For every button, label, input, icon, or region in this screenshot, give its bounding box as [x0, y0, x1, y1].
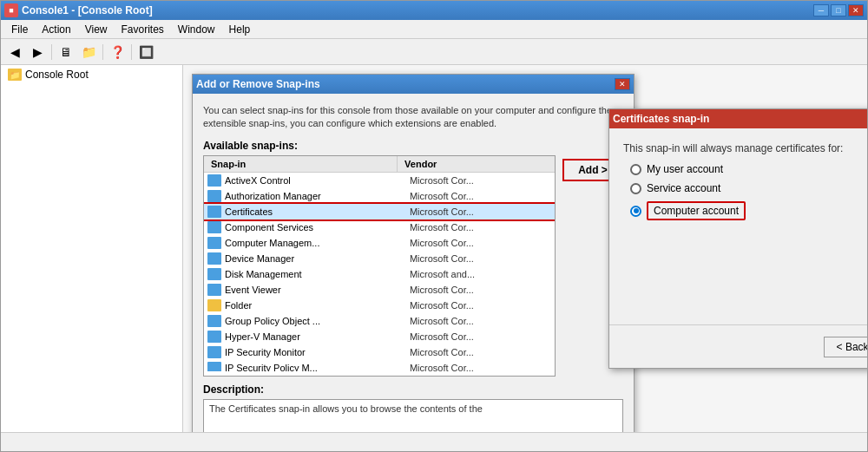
- snap-item-icon-11: [207, 346, 221, 358]
- cert-content: This snap-in will always manage certific…: [609, 128, 867, 324]
- snap-item-icon-12: [207, 362, 221, 371]
- add-remove-content: You can select snap-ins for this console…: [193, 94, 634, 432]
- cert-footer: < Back Next > Cancel: [609, 324, 867, 368]
- menu-help[interactable]: Help: [222, 22, 258, 37]
- close-button[interactable]: ✕: [848, 4, 864, 16]
- toolbar-separator: [51, 44, 52, 60]
- toolbar-separator-2: [102, 44, 103, 60]
- snap-item-name-7: Event Viewer: [225, 285, 410, 295]
- add-remove-close-button[interactable]: ✕: [615, 78, 630, 90]
- menu-file[interactable]: File: [4, 22, 35, 37]
- snap-item-name-5: Device Manager: [225, 253, 410, 264]
- snap-item-icon-7: [207, 284, 221, 296]
- snap-item-vendor-9: Microsoft Cor...: [410, 316, 555, 326]
- back-button[interactable]: ◀: [4, 43, 25, 62]
- tree-item-console-root[interactable]: 📁 Console Root: [1, 65, 182, 84]
- radio-service[interactable]: Service account: [630, 182, 867, 194]
- col-vendor: Vendor: [398, 156, 555, 172]
- snap-item-name-4: Computer Managem...: [225, 238, 410, 248]
- snap-item-icon-9: [207, 315, 221, 327]
- console-root-label: Console Root: [25, 69, 89, 81]
- console-root-icon: 📁: [8, 69, 22, 81]
- snap-item-vendor-12: Microsoft Cor...: [410, 363, 555, 371]
- radio-service-label: Service account: [647, 182, 720, 194]
- snap-item-6[interactable]: Disk Management Microsoft and...: [204, 266, 555, 282]
- snap-item-12[interactable]: IP Security Policy M... Microsoft Cor...: [204, 360, 555, 371]
- cert-question: This snap-in will always manage certific…: [623, 142, 867, 154]
- snap-item-vendor-6: Microsoft and...: [410, 269, 555, 279]
- add-remove-title-bar: Add or Remove Snap-ins ✕: [193, 75, 634, 94]
- radio-computer-input[interactable]: [630, 206, 641, 217]
- snap-item-name-9: Group Policy Object ...: [225, 316, 410, 326]
- snap-item-name-8: Folder: [225, 300, 410, 311]
- snap-item-icon-certs: [207, 206, 221, 218]
- snap-item-11[interactable]: IP Security Monitor Microsoft Cor...: [204, 344, 555, 360]
- snap-item-icon-0: [207, 174, 221, 187]
- status-bar: [1, 432, 867, 451]
- snap-item-vendor-5: Microsoft Cor...: [410, 253, 555, 264]
- menu-window[interactable]: Window: [171, 22, 222, 37]
- add-remove-dialog: Add or Remove Snap-ins ✕ You can select …: [192, 74, 635, 432]
- forward-button[interactable]: ▶: [27, 43, 48, 62]
- main-window: ■ Console1 - [Console Root] ─ □ ✕ File A…: [0, 0, 868, 452]
- snap-item-5[interactable]: Device Manager Microsoft Cor...: [204, 251, 555, 266]
- snap-ins-list-area: Snap-in Vendor ActiveX Control Microsoft…: [203, 155, 556, 377]
- menu-action[interactable]: Action: [35, 22, 77, 37]
- snap-item-name-0: ActiveX Control: [225, 175, 410, 186]
- left-panel: 📁 Console Root: [1, 65, 183, 432]
- snap-item-icon-1: [207, 190, 221, 202]
- snap-item-4[interactable]: Computer Managem... Microsoft Cor...: [204, 235, 555, 251]
- add-remove-title: Add or Remove Snap-ins: [196, 78, 320, 90]
- radio-service-input[interactable]: [630, 183, 641, 194]
- snap-item-icon-5: [207, 252, 221, 265]
- app-icon: ■: [4, 3, 18, 17]
- snap-item-icon-8: [207, 299, 221, 311]
- snap-item-1[interactable]: Authorization Manager Microsoft Cor...: [204, 188, 555, 204]
- add-remove-description: You can select snap-ins for this console…: [203, 104, 623, 131]
- main-content: 📁 Console Root Add or Remove Snap-ins ✕ …: [1, 65, 867, 432]
- toolbar: ◀ ▶ 🖥 📁 ❓ 🔲: [1, 39, 867, 65]
- snap-item-icon-4: [207, 237, 221, 249]
- title-bar: ■ Console1 - [Console Root] ─ □ ✕: [1, 1, 867, 20]
- snap-item-name-12: IP Security Policy M...: [225, 363, 410, 371]
- radio-my-user[interactable]: My user account: [630, 163, 867, 175]
- menu-bar: File Action View Favorites Window Help: [1, 20, 867, 39]
- snap-item-vendor-11: Microsoft Cor...: [410, 347, 555, 357]
- snap-item-name-3: Component Services: [225, 222, 410, 233]
- minimize-button[interactable]: ─: [813, 4, 829, 16]
- export-button[interactable]: 🔲: [135, 43, 156, 62]
- menu-favorites[interactable]: Favorites: [115, 22, 171, 37]
- snap-item-3[interactable]: Component Services Microsoft Cor...: [204, 219, 555, 235]
- snap-item-vendor-10: Microsoft Cor...: [410, 331, 555, 342]
- snap-item-0[interactable]: ActiveX Control Microsoft Cor...: [204, 173, 555, 188]
- snap-item-9[interactable]: Group Policy Object ... Microsoft Cor...: [204, 313, 555, 329]
- snap-item-vendor-4: Microsoft Cor...: [410, 238, 555, 248]
- snap-item-vendor-3: Microsoft Cor...: [410, 222, 555, 233]
- snap-item-vendor-7: Microsoft Cor...: [410, 285, 555, 295]
- new-window-button[interactable]: ❓: [107, 43, 128, 62]
- snap-item-name-1: Authorization Manager: [225, 191, 410, 201]
- maximize-button[interactable]: □: [831, 4, 846, 16]
- radio-computer-label: Computer account: [647, 201, 746, 220]
- description-label: Description:: [203, 383, 623, 396]
- cert-back-button[interactable]: < Back: [824, 337, 867, 357]
- cert-title-bar: Certificates snap-in ✕: [609, 109, 867, 128]
- snap-ins-list[interactable]: ActiveX Control Microsoft Cor... Authori…: [204, 173, 555, 371]
- toolbar-separator-3: [131, 44, 132, 60]
- show-hide-button[interactable]: 📁: [78, 43, 99, 62]
- cert-snap-in-dialog: Certificates snap-in ✕ This snap-in will…: [608, 108, 867, 369]
- radio-my-user-input[interactable]: [630, 164, 641, 175]
- snap-item-7[interactable]: Event Viewer Microsoft Cor...: [204, 282, 555, 298]
- up-button[interactable]: 🖥: [56, 43, 76, 62]
- snap-item-icon-6: [207, 268, 221, 280]
- snap-item-8[interactable]: Folder Microsoft Cor...: [204, 298, 555, 313]
- snap-item-vendor-0: Microsoft Cor...: [410, 175, 555, 186]
- snap-item-name-certs: Certificates: [225, 206, 410, 217]
- description-box: The Certificates snap-in allows you to b…: [203, 399, 623, 432]
- center-area: Add or Remove Snap-ins ✕ You can select …: [183, 65, 867, 432]
- radio-computer[interactable]: Computer account: [630, 201, 867, 220]
- menu-view[interactable]: View: [78, 22, 115, 37]
- snap-item-10[interactable]: Hyper-V Manager Microsoft Cor...: [204, 329, 555, 344]
- snap-item-certificates[interactable]: Certificates Microsoft Cor...: [204, 204, 555, 219]
- cert-dialog-title: Certificates snap-in: [613, 113, 709, 125]
